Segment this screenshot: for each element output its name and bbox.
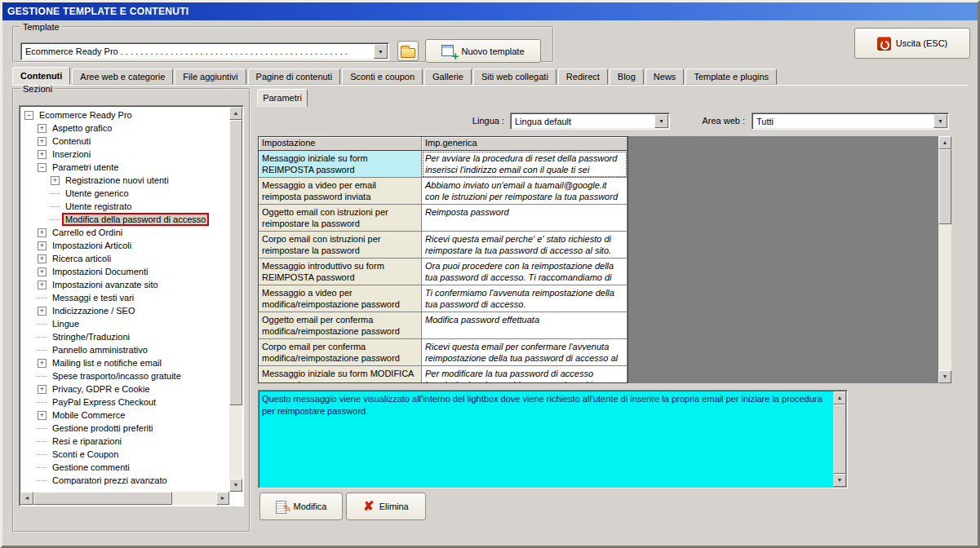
setting-name-cell[interactable]: Messaggio iniziale su form MODIFICA pass… [259, 366, 422, 383]
setting-name-cell[interactable]: Oggetto email per conferma modifica/reim… [259, 312, 422, 339]
expand-icon[interactable]: + [38, 228, 47, 237]
scroll-up-icon[interactable]: ▲ [938, 136, 951, 149]
scroll-up-icon[interactable]: ▲ [833, 391, 846, 404]
settings-row[interactable]: Oggetto email per conferma modifica/reim… [259, 312, 627, 339]
column-header-impostazione[interactable]: Impostazione [259, 137, 422, 151]
table-vertical-scrollbar[interactable]: ▲ ▼ [938, 136, 951, 383]
tree-item-label[interactable]: Registrazione nuovi utenti [64, 175, 171, 185]
tree-vertical-scrollbar[interactable]: ▲ ▼ [229, 107, 242, 492]
tree-item-label[interactable]: Ecommerce Ready Pro [38, 110, 134, 120]
scroll-down-icon[interactable]: ▼ [938, 370, 951, 383]
setting-name-cell[interactable]: Messaggio a video per modifica/reimposta… [259, 285, 422, 312]
setting-value-cell[interactable]: Ora puoi procedere con la reimpostazione… [422, 259, 627, 285]
scrollbar-thumb[interactable] [33, 492, 172, 505]
tree-item-label[interactable]: Messaggi e testi vari [51, 293, 135, 303]
chevron-down-icon[interactable]: ▼ [933, 114, 947, 128]
settings-row[interactable]: Corpo email con istruzioni per reimposta… [259, 232, 627, 259]
tree-item-label[interactable]: Indicizzazione / SEO [51, 306, 137, 316]
tree-item-gestione-commenti[interactable]: Gestione commenti [22, 461, 228, 474]
collapse-icon[interactable]: − [38, 163, 47, 172]
tree-item-label[interactable]: Ricerca articoli [51, 254, 113, 263]
tree-item-label[interactable]: Impostazioni Articoli [51, 241, 133, 250]
settings-row[interactable]: Messaggio a video per modifica/reimposta… [259, 285, 627, 312]
new-template-button[interactable]: + Nuovo template [425, 39, 541, 63]
tree-item-registrazione-nuovi-utenti[interactable]: +Registrazione nuovi utenti [22, 174, 228, 187]
scrollbar-thumb[interactable] [229, 120, 242, 405]
tree-item-utente-registrato[interactable]: Utente registrato [22, 200, 228, 213]
expand-icon[interactable]: + [38, 307, 47, 316]
settings-row[interactable]: Corpo email per conferma modifica/reimpo… [259, 339, 627, 366]
tree-item-label[interactable]: Aspetto grafico [51, 123, 113, 133]
setting-value-cell[interactable]: Ricevi questa email per confermare l'avv… [422, 339, 627, 366]
tree-item-sconti-e-coupon[interactable]: Sconti e Coupon [22, 448, 228, 461]
tree-item-impostazioni-avanzate-sito[interactable]: +Impostazioni avanzate sito [22, 278, 228, 291]
tree-item-label[interactable]: Resi e riparazioni [51, 436, 123, 446]
setting-value-cell[interactable]: Per modificare la tua password di access… [422, 366, 627, 383]
tree-item-carrello-ed-ordini[interactable]: +Carrello ed Ordini [22, 226, 228, 239]
tree-item-label[interactable]: PayPal Express Checkout [51, 397, 157, 407]
tree-item-stringhe-traduzioni[interactable]: Stringhe/Traduzioni [22, 330, 228, 343]
tree-item-pannello-amministrativo[interactable]: Pannello amministrativo [22, 343, 228, 356]
tree-item-gestione-prodotti-preferiti[interactable]: Gestione prodotti preferiti [22, 422, 228, 435]
tree-item-label[interactable]: Sconti e Coupon [51, 449, 120, 459]
tree-item-resi-e-riparazioni[interactable]: Resi e riparazioni [22, 435, 228, 448]
area-web-select[interactable]: Tutti ▼ [752, 113, 949, 130]
tree-item-label[interactable]: Spese trasporto/incasso gratuite [51, 371, 183, 381]
expand-icon[interactable]: + [38, 137, 47, 146]
setting-value-cell[interactable]: Modifica password effettuata [422, 312, 627, 339]
tree-item-label[interactable]: Stringhe/Traduzioni [51, 332, 131, 342]
tree-item-impostazioni-documenti[interactable]: +Impostazioni Documenti [22, 265, 228, 278]
tree-item-label[interactable]: Impostazioni avanzate sito [51, 280, 160, 289]
tree-item-indicizzazione-seo[interactable]: +Indicizzazione / SEO [22, 304, 228, 317]
tree-item-label[interactable]: Contenuti [51, 136, 92, 146]
expand-icon[interactable]: + [51, 176, 60, 185]
setting-value-cell[interactable]: Ricevi questa email perche' e' stato ric… [422, 232, 627, 259]
setting-name-cell[interactable]: Messaggio a video per email reimposta pa… [259, 178, 422, 205]
setting-name-cell[interactable]: Corpo email per conferma modifica/reimpo… [259, 339, 422, 366]
tree-item-comparatori-prezzi-avanzato[interactable]: Comparatori prezzi avanzato [22, 474, 228, 487]
template-select[interactable]: Ecommerce Ready Pro . . . . . . . . . . … [20, 42, 389, 60]
tab-gallerie[interactable]: Gallerie [424, 68, 472, 85]
modifica-button[interactable]: Modifica [259, 493, 343, 520]
exit-button[interactable]: Uscita (ESC) [854, 28, 970, 59]
scroll-down-icon[interactable]: ▼ [833, 474, 846, 487]
collapse-icon[interactable]: − [24, 111, 33, 120]
expand-icon[interactable]: + [38, 241, 47, 250]
tree-item-utente-generico[interactable]: Utente generico [22, 187, 228, 200]
settings-row[interactable]: Messaggio introduttivo su form REIMPOSTA… [259, 259, 627, 285]
tree-item-ecommerce-ready-pro[interactable]: −Ecommerce Ready Pro [22, 108, 228, 122]
tree-item-label[interactable]: Carrello ed Ordini [51, 228, 124, 237]
tree-item-label[interactable]: Mobile Commerce [51, 410, 126, 420]
tab-parametri[interactable]: Parametri [257, 89, 308, 107]
tree-item-label[interactable]: Pannello amministrativo [51, 345, 149, 355]
description-scrollbar[interactable]: ▲ ▼ [833, 391, 846, 487]
setting-value-cell[interactable]: Abbiamo inviato un'email a tuamail@googl… [422, 178, 627, 205]
tree-item-label[interactable]: Parametri utente [51, 162, 120, 172]
setting-value-cell[interactable]: Per avviare la procedura di reset della … [422, 151, 627, 178]
tab-blog[interactable]: Blog [610, 68, 644, 85]
tree-item-label[interactable]: Utente registrato [64, 201, 133, 211]
tree-item-mailing-list-e-notifiche-email[interactable]: +Mailing list e notifiche email [22, 356, 228, 369]
tree-item-inserzioni[interactable]: +Inserzioni [22, 148, 228, 161]
tree-item-label[interactable]: Comparatori prezzi avanzato [51, 475, 169, 485]
column-header-imp-generica[interactable]: Imp.generica [422, 137, 627, 151]
tree-item-label[interactable]: Utente generico [64, 188, 131, 198]
tab-template-e-plugins[interactable]: Template e plugins [685, 68, 777, 85]
settings-row[interactable]: Oggetto email con istruzioni per reimpos… [259, 205, 627, 232]
tab-contenuti[interactable]: Contenuti [12, 67, 70, 85]
tab-file-aggiuntivi[interactable]: File aggiuntivi [175, 68, 246, 85]
tree-item-label[interactable]: Impostazioni Documenti [51, 267, 149, 276]
tab-redirect[interactable]: Redirect [558, 68, 608, 85]
tree-item-modifica-della-password-di-accesso[interactable]: Modifica della password di accesso [22, 213, 228, 226]
tree-horizontal-scrollbar[interactable]: ◄ ► [20, 492, 229, 505]
scrollbar-thumb[interactable] [833, 404, 846, 474]
tree-item-privacy-gdpr-e-cookie[interactable]: +Privacy, GDPR e Cookie [22, 382, 228, 396]
tab-aree-web-e-categorie[interactable]: Aree web e categorie [72, 68, 173, 85]
lingua-select[interactable]: Lingua default ▼ [510, 113, 670, 130]
tree-item-label[interactable]: Gestione commenti [51, 462, 131, 472]
expand-icon[interactable]: + [38, 281, 47, 289]
setting-value-cell[interactable]: Reimposta password [422, 205, 627, 232]
expand-icon[interactable]: + [38, 385, 47, 394]
tree-item-label[interactable]: Lingue [51, 319, 81, 329]
scroll-left-icon[interactable]: ◄ [20, 492, 33, 505]
